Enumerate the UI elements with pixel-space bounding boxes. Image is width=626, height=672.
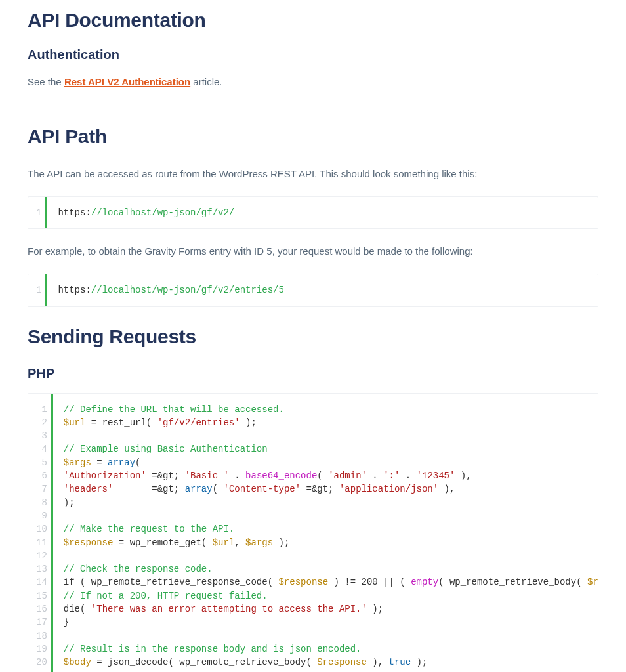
code-token: empty: [411, 577, 438, 587]
api-path-intro: The API can be accessed as route from th…: [28, 166, 598, 182]
code-token: $response: [587, 577, 598, 587]
line-number: 5: [36, 456, 47, 469]
code-token: ':': [383, 471, 400, 481]
code-token: ),: [455, 471, 471, 481]
code-token: 'Basic ': [185, 471, 229, 481]
code-token: );: [411, 657, 427, 667]
code-token: // Check the response code.: [64, 564, 213, 574]
code-token: ,: [234, 537, 245, 548]
code-token: array: [108, 457, 135, 468]
code-token: =&gt;: [146, 471, 185, 481]
code-block-base-url: 1 https://localhost/wp-json/gf/v2/: [28, 196, 598, 229]
code-token: $body: [64, 657, 91, 667]
code-token: https:: [58, 207, 91, 218]
line-number: 14: [36, 576, 47, 589]
code-token: // Example using Basic Authentication: [64, 444, 268, 454]
line-number: 18: [36, 629, 47, 642]
code-token: 'Authorization': [64, 471, 146, 481]
code-token: 'Content-type': [223, 484, 301, 494]
code-token: = json_decode( wp_remote_retrieve_body(: [91, 657, 317, 667]
auth-link[interactable]: Rest API V2 Authentication: [64, 76, 190, 87]
code-token: );: [273, 537, 289, 548]
code-token: 'There was an error attempting to access…: [91, 604, 367, 614]
code-token: );: [367, 604, 383, 614]
auth-text-post: article.: [190, 76, 222, 87]
line-number: 3: [36, 429, 47, 442]
code-token: 'headers': [64, 484, 114, 494]
php-subheading: PHP: [28, 366, 598, 381]
code-token: array: [185, 484, 213, 494]
code-token: );: [240, 417, 257, 428]
code-token: // Define the URL that will be accessed.: [64, 404, 284, 415]
code-token: ),: [367, 657, 389, 667]
code-gutter: 1234567891011121314151617181920212223242…: [28, 394, 53, 672]
line-number: 4: [36, 442, 47, 455]
line-number: 10: [36, 522, 47, 536]
code-token: die(: [64, 604, 91, 614]
code-token: 'admin': [328, 471, 367, 481]
code-token: }: [64, 617, 69, 627]
code-content: https://localhost/wp-json/gf/v2/: [47, 197, 598, 228]
code-gutter: 1: [28, 197, 47, 228]
line-number: 15: [36, 589, 47, 602]
line-number: 7: [36, 482, 47, 495]
code-token: $url: [64, 417, 86, 428]
api-path-example-intro: For example, to obtain the Gravity Forms…: [28, 243, 598, 259]
code-token: 'gf/v2/entries': [157, 417, 240, 428]
code-token: .: [367, 471, 383, 481]
code-token: (: [213, 484, 224, 494]
code-token: // If not a 200, HTTP request failed.: [64, 591, 268, 601]
code-token: =&gt;: [301, 484, 339, 494]
code-token: $response: [317, 657, 367, 667]
code-token: = rest_url(: [85, 417, 157, 428]
line-number: 21: [36, 669, 47, 672]
code-token: =&gt;: [113, 484, 184, 494]
code-token: $args: [64, 457, 91, 468]
code-token: $response: [278, 577, 328, 587]
code-token: );: [64, 497, 75, 508]
code-token: base64_encode: [245, 471, 317, 481]
code-token: (: [135, 457, 140, 468]
code-token: // Result is in the response body and is…: [64, 644, 362, 654]
code-token: $url: [213, 537, 235, 548]
code-token: https:: [58, 285, 91, 295]
line-number: 2: [36, 416, 47, 429]
code-block-php: 1234567891011121314151617181920212223242…: [28, 393, 598, 672]
line-number: 16: [36, 602, 47, 616]
code-token: = wp_remote_get(: [113, 537, 212, 548]
code-token: ) != 200 || (: [328, 577, 411, 587]
line-number: 1: [36, 206, 41, 219]
code-content: // Define the URL that will be accessed.…: [53, 394, 598, 672]
code-token: =: [91, 457, 108, 468]
auth-heading: Authentication: [28, 47, 598, 62]
auth-paragraph: See the Rest API V2 Authentication artic…: [28, 74, 598, 90]
line-number: 1: [36, 403, 47, 416]
line-number: 20: [36, 656, 47, 669]
code-content: https://localhost/wp-json/gf/v2/entries/…: [47, 274, 598, 306]
code-token: '12345': [417, 471, 455, 481]
code-token: // Make the request to the API.: [64, 524, 234, 534]
line-number: 1: [36, 284, 41, 297]
line-number: 19: [36, 642, 47, 656]
code-token: ),: [438, 484, 455, 494]
code-token: 'application/json': [339, 484, 438, 494]
sending-requests-heading: Sending Requests: [28, 326, 598, 348]
code-token: (: [317, 471, 328, 481]
line-number: 9: [36, 509, 47, 522]
line-number: 12: [36, 549, 47, 562]
code-token: .: [400, 471, 416, 481]
page-title: API Documentation: [28, 9, 598, 32]
code-token: $response: [64, 537, 114, 548]
code-token: //localhost/wp-json/gf/v2/entries/5: [91, 285, 284, 295]
line-number: 8: [36, 496, 47, 509]
code-token: $args: [245, 537, 273, 548]
line-number: 11: [36, 536, 47, 549]
code-gutter: 1: [28, 274, 47, 306]
line-number: 6: [36, 469, 47, 482]
code-token: .: [229, 471, 245, 481]
api-path-heading: API Path: [28, 125, 598, 148]
code-token: ( wp_remote_retrieve_body(: [438, 577, 587, 587]
line-number: 17: [36, 616, 47, 629]
code-token: if ( wp_remote_retrieve_response_code(: [64, 577, 279, 587]
line-number: 13: [36, 562, 47, 576]
